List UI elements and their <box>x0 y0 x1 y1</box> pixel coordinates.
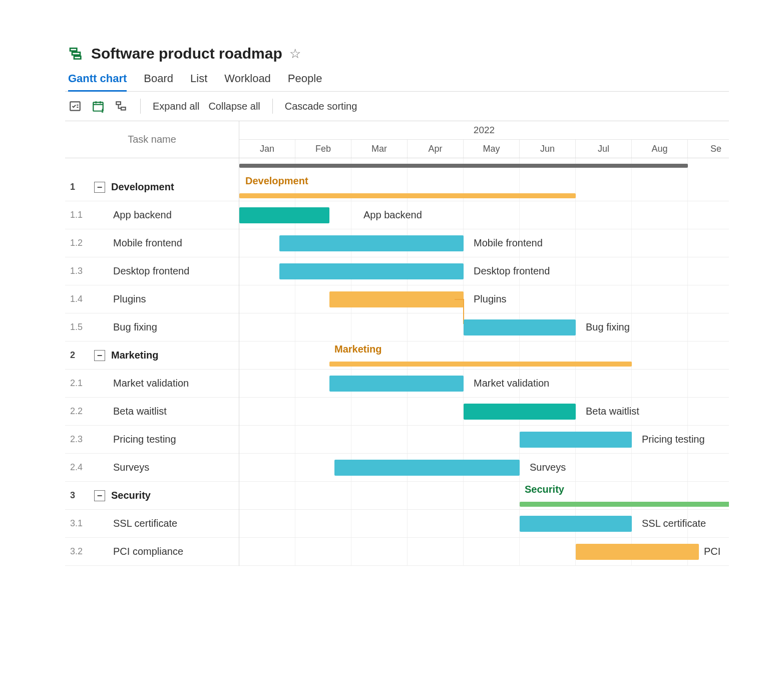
view-tabs: Gantt chart Board List Workload People <box>65 67 729 92</box>
task-name-column-header: Task name <box>65 121 239 158</box>
gantt-grid: Task name 1 − Development 1.1 App backen… <box>65 121 729 566</box>
collapse-toggle[interactable]: − <box>94 350 105 361</box>
task-bar-label: Mobile frontend <box>474 237 543 249</box>
timeline-pane[interactable]: 2022 Jan Feb Mar Apr May Jun Jul Aug Se <box>239 121 729 566</box>
tab-people[interactable]: People <box>288 69 322 92</box>
tab-board[interactable]: Board <box>144 69 173 92</box>
gantt-icon <box>68 46 84 62</box>
row-number: 1.5 <box>65 322 94 332</box>
task-row[interactable]: 1.5 Bug fixing <box>65 313 239 342</box>
gantt-lanes: Development App backend Mobile frontend … <box>239 158 729 566</box>
svg-rect-13 <box>121 107 126 110</box>
task-name: Plugins <box>111 293 146 305</box>
checklist-icon[interactable] <box>68 99 82 113</box>
tab-list[interactable]: List <box>190 69 207 92</box>
task-name: Market validation <box>111 378 189 389</box>
gantt-lane: Desktop frontend <box>239 257 729 285</box>
group-bar-label: Security <box>525 484 564 495</box>
month-cell: Apr <box>408 140 464 158</box>
task-bar-label: Market validation <box>474 378 549 389</box>
task-bar[interactable] <box>520 516 632 532</box>
collapse-toggle[interactable]: − <box>94 490 105 501</box>
task-row-group[interactable]: 2 − Marketing <box>65 342 239 370</box>
task-row-group[interactable]: 3 − Security <box>65 482 239 510</box>
task-row[interactable]: 2.1 Market validation <box>65 370 239 398</box>
task-bar-label: Plugins <box>474 293 507 305</box>
spacer-row <box>65 158 239 173</box>
row-number: 2.3 <box>65 434 94 445</box>
hierarchy-icon[interactable] <box>114 99 128 113</box>
gantt-lane: Plugins <box>239 285 729 313</box>
toolbar: Expand all Collapse all Cascade sorting <box>65 92 729 121</box>
gantt-lane-group: Security <box>239 482 729 510</box>
task-bar[interactable] <box>279 235 464 251</box>
timeline-months: Jan Feb Mar Apr May Jun Jul Aug Se <box>239 140 729 158</box>
svg-rect-12 <box>116 102 121 104</box>
gantt-lane: Bug fixing <box>239 313 729 342</box>
row-number: 2 <box>65 350 94 361</box>
task-name: Beta waitlist <box>111 406 167 417</box>
group-summary-bar[interactable] <box>329 362 632 367</box>
gantt-lane: Mobile frontend <box>239 229 729 257</box>
svg-rect-6 <box>93 102 103 111</box>
header: Software product roadmap ☆ <box>65 45 729 67</box>
svg-rect-2 <box>74 56 81 59</box>
task-row[interactable]: 2.2 Beta waitlist <box>65 398 239 426</box>
task-bar[interactable] <box>520 432 632 448</box>
svg-point-11 <box>102 112 103 112</box>
expand-all-button[interactable]: Expand all <box>153 101 199 112</box>
task-name: Security <box>111 490 151 501</box>
task-row[interactable]: 3.2 PCI compliance <box>65 538 239 566</box>
toolbar-separator <box>272 99 273 114</box>
favorite-star-icon[interactable]: ☆ <box>289 46 301 62</box>
task-bar-label: Pricing testing <box>642 434 705 445</box>
gantt-lane: SSL certificate <box>239 510 729 538</box>
task-row[interactable]: 2.3 Pricing testing <box>65 426 239 454</box>
task-row[interactable]: 1.1 App backend <box>65 201 239 229</box>
tab-workload[interactable]: Workload <box>224 69 271 92</box>
month-cell: Jul <box>576 140 632 158</box>
calendar-alert-icon[interactable] <box>91 99 105 113</box>
task-name: SSL certificate <box>111 518 177 529</box>
task-row[interactable]: 3.1 SSL certificate <box>65 510 239 538</box>
task-name: Bug fixing <box>111 321 157 333</box>
app-window: Software product roadmap ☆ Gantt chart B… <box>0 0 784 596</box>
gantt-lane: Market validation <box>239 370 729 398</box>
group-summary-bar[interactable] <box>520 502 729 507</box>
task-bar[interactable] <box>329 376 464 392</box>
task-bar[interactable] <box>329 291 464 307</box>
task-row[interactable]: 1.2 Mobile frontend <box>65 229 239 257</box>
collapse-all-button[interactable]: Collapse all <box>208 101 260 112</box>
svg-rect-1 <box>72 52 80 55</box>
task-row-group[interactable]: 1 − Development <box>65 173 239 201</box>
collapse-toggle[interactable]: − <box>94 182 105 193</box>
task-bar[interactable] <box>576 544 699 560</box>
group-summary-bar[interactable] <box>239 193 576 198</box>
task-row[interactable]: 1.3 Desktop frontend <box>65 257 239 285</box>
task-name: Marketing <box>111 350 158 361</box>
task-bar[interactable] <box>464 404 576 420</box>
task-bar[interactable] <box>464 319 576 335</box>
task-name: Pricing testing <box>111 434 176 445</box>
month-cell: May <box>464 140 520 158</box>
task-bar[interactable] <box>334 460 520 476</box>
svg-rect-0 <box>70 48 77 51</box>
row-number: 1.1 <box>65 210 94 220</box>
gantt-lane: Pricing testing <box>239 426 729 454</box>
task-bar[interactable] <box>239 207 329 223</box>
task-bar[interactable] <box>279 263 464 279</box>
month-cell: Jan <box>239 140 295 158</box>
gantt-lane-group: Development <box>239 173 729 201</box>
tab-gantt-chart[interactable]: Gantt chart <box>68 69 127 92</box>
toolbar-separator <box>140 99 141 114</box>
task-row[interactable]: 1.4 Plugins <box>65 285 239 313</box>
row-number: 3.2 <box>65 546 94 557</box>
task-name: Surveys <box>111 462 149 473</box>
timeline-year: 2022 <box>239 121 729 140</box>
overall-range-bar[interactable] <box>239 164 688 168</box>
cascade-sorting-button[interactable]: Cascade sorting <box>285 101 357 112</box>
month-cell: Se <box>688 140 729 158</box>
task-row[interactable]: 2.4 Surveys <box>65 454 239 482</box>
task-bar-label: App backend <box>363 209 422 221</box>
row-number: 3.1 <box>65 518 94 529</box>
